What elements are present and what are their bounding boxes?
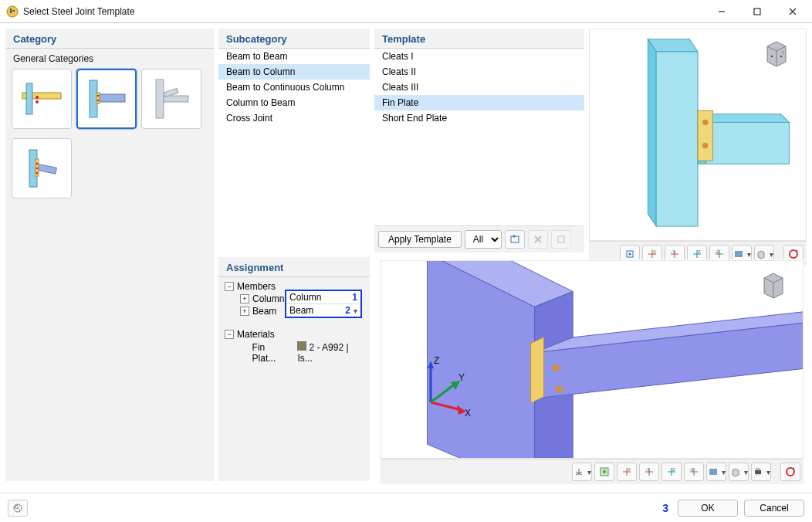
- template-item[interactable]: Fin Plate: [374, 95, 584, 110]
- category-thumbs: [5, 66, 214, 202]
- svg-rect-93: [709, 469, 717, 475]
- category-panel: Category General Categories: [5, 28, 215, 482]
- template-list[interactable]: Cleats I Cleats II Cleats III Fin Plate …: [374, 49, 584, 225]
- subcategory-title: Subcategory: [218, 29, 370, 49]
- axis-origin-icon[interactable]: ▾: [572, 463, 592, 481]
- svg-line-70: [431, 402, 462, 410]
- svg-point-66: [552, 364, 560, 371]
- svg-point-80: [603, 470, 606, 473]
- template-item[interactable]: Cleats II: [374, 64, 584, 80]
- subcategory-item[interactable]: Beam to Column: [218, 64, 370, 80]
- model-panel: Z Y X ▾ X -Y Z -Z ▾ ▾ ▾: [380, 259, 804, 485]
- category-thumb-3[interactable]: [141, 69, 201, 129]
- material-swatch-icon: [297, 341, 306, 351]
- shading-icon[interactable]: ▾: [706, 463, 726, 481]
- category-thumb-1[interactable]: [12, 69, 72, 129]
- footer: 3 OK Cancel: [0, 493, 812, 522]
- maximize-button[interactable]: [739, 1, 775, 22]
- cancel-button[interactable]: Cancel: [744, 500, 804, 517]
- model-toolbar: ▾ X -Y Z -Z ▾ ▾ ▾: [381, 459, 804, 484]
- subcategory-item[interactable]: Cross Joint: [218, 110, 370, 126]
- svg-rect-35: [698, 110, 712, 161]
- svg-marker-30: [648, 39, 656, 226]
- window-title: Select Steel Joint Template: [23, 6, 704, 17]
- svg-rect-13: [96, 93, 100, 103]
- svg-rect-8: [26, 83, 32, 114]
- svg-point-100: [15, 505, 19, 508]
- svg-line-72: [431, 384, 455, 402]
- pick-icon[interactable]: [505, 230, 525, 249]
- field-value: Beam: [289, 305, 313, 316]
- assignment-field-beam[interactable]: Beam 2 ▾: [286, 303, 360, 317]
- axis-x-icon[interactable]: X: [617, 463, 637, 481]
- view-cube-icon[interactable]: [755, 267, 792, 304]
- minimize-button[interactable]: [704, 1, 739, 22]
- svg-point-40: [771, 56, 773, 58]
- subcategory-item[interactable]: Beam to Continuous Column: [218, 80, 370, 95]
- material-row[interactable]: Fin Plat... 2 - A992 | Is...: [225, 341, 364, 364]
- svg-rect-1: [10, 8, 12, 13]
- ok-button[interactable]: OK: [678, 500, 738, 517]
- svg-rect-95: [755, 470, 761, 474]
- apply-template-button[interactable]: Apply Template: [378, 231, 462, 248]
- template-item[interactable]: Cleats I: [374, 49, 584, 64]
- tree-expand-icon[interactable]: +: [240, 294, 249, 303]
- preview-viewport[interactable]: Y: [589, 29, 807, 241]
- tree-expand-icon[interactable]: +: [240, 307, 249, 316]
- mid-column: Subcategory Beam to Beam Beam to Column …: [218, 28, 370, 482]
- print-icon[interactable]: ▾: [751, 463, 771, 481]
- svg-rect-25: [511, 236, 519, 242]
- save-as-icon: [551, 230, 571, 249]
- preview-panel: Y X -Y Z -Z ▾ ▾: [588, 28, 807, 253]
- subcategory-list[interactable]: Beam to Beam Beam to Column Beam to Cont…: [218, 49, 370, 253]
- delete-icon: [528, 230, 548, 249]
- model-viewport[interactable]: Z Y X: [381, 260, 804, 459]
- svg-text:Z: Z: [698, 249, 701, 254]
- fit-view-icon[interactable]: [594, 463, 614, 481]
- help-button[interactable]: [8, 500, 28, 517]
- axis-label: Y: [458, 372, 465, 383]
- svg-point-10: [36, 100, 39, 103]
- svg-point-24: [36, 172, 39, 175]
- svg-text:-Z: -Z: [715, 249, 719, 254]
- category-thumb-2[interactable]: [76, 69, 137, 129]
- cube-icon[interactable]: ▾: [729, 463, 749, 481]
- assignment-field-column[interactable]: Column 1: [286, 291, 360, 303]
- axis-y-icon[interactable]: -Y: [639, 463, 659, 481]
- field-value: Column: [289, 292, 321, 303]
- chevron-down-icon[interactable]: ▾: [354, 307, 357, 315]
- tree-collapse-icon[interactable]: −: [225, 330, 234, 339]
- template-filter-select[interactable]: All: [465, 230, 502, 249]
- subcategory-item[interactable]: Beam to Beam: [218, 49, 370, 64]
- axis-z-icon[interactable]: Z: [661, 463, 682, 481]
- field-number: 1: [352, 292, 357, 303]
- materials-label: Materials: [237, 329, 275, 340]
- tree-materials-root[interactable]: − Materials: [225, 328, 364, 341]
- member-label: Column: [252, 293, 284, 304]
- tree-collapse-icon[interactable]: −: [225, 282, 234, 291]
- svg-point-23: [36, 168, 39, 170]
- template-item[interactable]: Cleats III: [374, 80, 584, 95]
- axis-label: Z: [434, 355, 439, 366]
- close-button[interactable]: [775, 1, 810, 22]
- assignment-tree: − Members + Column + Beam Column 1: [218, 277, 370, 368]
- template-apply-row: Apply Template All: [374, 225, 584, 253]
- svg-text:X: X: [653, 249, 656, 254]
- category-thumb-4[interactable]: [12, 138, 72, 198]
- assignment-field-box[interactable]: Column 1 Beam 2 ▾: [285, 290, 362, 318]
- svg-point-22: [36, 163, 39, 165]
- titlebar: Select Steel Joint Template: [0, 0, 812, 23]
- template-item[interactable]: Short End Plate: [374, 110, 584, 126]
- member-label: Beam: [252, 306, 276, 317]
- svg-marker-69: [428, 361, 434, 368]
- category-title: Category: [5, 29, 214, 49]
- view-cube-icon[interactable]: Y: [758, 36, 795, 73]
- svg-point-36: [702, 120, 709, 126]
- axis-neg-z-icon[interactable]: -Z: [684, 463, 704, 481]
- subcategory-item[interactable]: Column to Beam: [218, 95, 370, 110]
- template-panel: Template Cleats I Cleats II Cleats III F…: [374, 28, 585, 253]
- svg-marker-65: [531, 337, 544, 403]
- reset-view-icon[interactable]: [780, 463, 800, 481]
- svg-marker-34: [706, 122, 790, 164]
- svg-rect-16: [156, 80, 164, 118]
